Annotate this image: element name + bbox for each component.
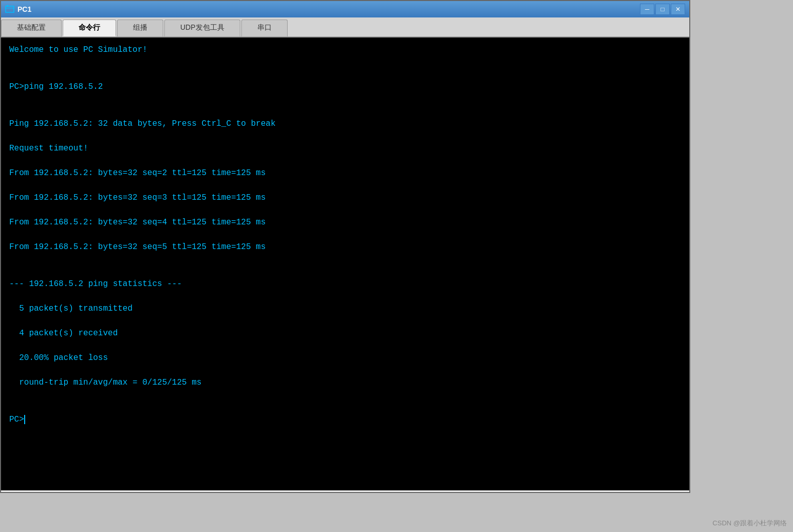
terminal-output[interactable]: Welcome to use PC Simulator! PC>ping 192… bbox=[1, 37, 689, 490]
terminal-line: From 192.168.5.2: bytes=32 seq=4 ttl=125… bbox=[9, 216, 681, 229]
maximize-button[interactable]: □ bbox=[655, 4, 670, 15]
tab-multicast[interactable]: 组播 bbox=[117, 20, 163, 36]
terminal-line: 5 packet(s) transmitted bbox=[9, 302, 681, 315]
terminal-line: From 192.168.5.2: bytes=32 seq=2 ttl=125… bbox=[9, 167, 681, 179]
watermark: CSDN @跟着小杜学网络 bbox=[712, 519, 787, 528]
title-buttons: ─ □ ✕ bbox=[640, 4, 685, 15]
tab-udp[interactable]: UDP发包工具 bbox=[164, 20, 240, 36]
svg-rect-1 bbox=[7, 5, 8, 7]
tab-cmd[interactable]: 命令行 bbox=[63, 20, 116, 36]
tab-basic[interactable]: 基础配置 bbox=[1, 20, 62, 36]
tab-serial[interactable]: 串口 bbox=[241, 20, 288, 36]
terminal-line: PC>ping 192.168.5.2 bbox=[9, 81, 681, 93]
minimize-button[interactable]: ─ bbox=[640, 4, 654, 15]
svg-rect-0 bbox=[6, 6, 14, 12]
terminal-line: Welcome to use PC Simulator! bbox=[9, 44, 681, 56]
terminal-line: 4 packet(s) received bbox=[9, 327, 681, 339]
terminal-line: round-trip min/avg/max = 0/125/125 ms bbox=[9, 376, 681, 389]
title-bar-left: PC1 bbox=[5, 5, 31, 14]
terminal-line: Ping 192.168.5.2: 32 data bytes, Press C… bbox=[9, 118, 681, 130]
close-button[interactable]: ✕ bbox=[671, 4, 685, 15]
title-bar: PC1 ─ □ ✕ bbox=[1, 1, 689, 17]
cursor bbox=[24, 415, 25, 424]
window-title: PC1 bbox=[17, 5, 31, 13]
terminal-line: Request timeout! bbox=[9, 142, 681, 155]
terminal-line: 20.00% packet loss bbox=[9, 352, 681, 364]
terminal-line: From 192.168.5.2: bytes=32 seq=5 ttl=125… bbox=[9, 241, 681, 253]
main-window: PC1 ─ □ ✕ 基础配置 命令行 组播 UDP发包工具 串口 Welcome… bbox=[0, 0, 690, 493]
terminal-prompt: PC> bbox=[9, 413, 681, 426]
terminal-line: From 192.168.5.2: bytes=32 seq=3 ttl=125… bbox=[9, 192, 681, 204]
window-icon bbox=[5, 5, 14, 14]
tab-bar: 基础配置 命令行 组播 UDP发包工具 串口 bbox=[1, 17, 689, 37]
terminal-line: --- 192.168.5.2 ping statistics --- bbox=[9, 278, 681, 290]
